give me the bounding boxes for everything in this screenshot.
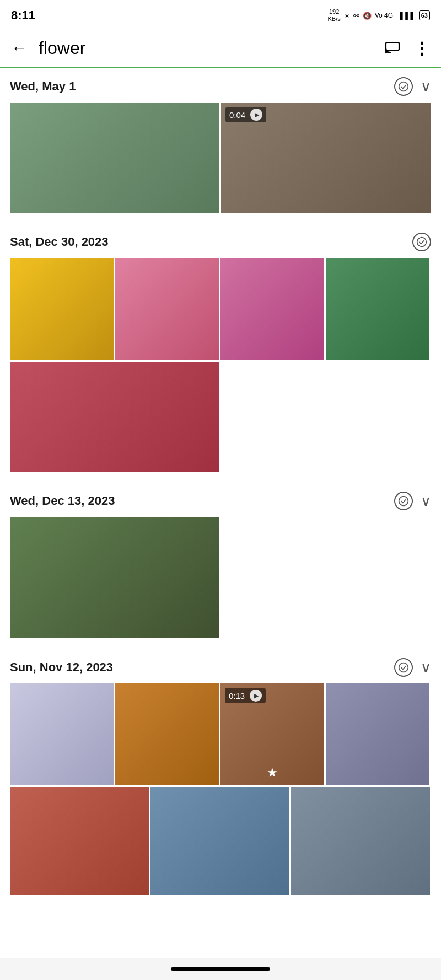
section-actions: ∨ (394, 492, 431, 510)
status-data-speed: 192 KB/s (328, 8, 341, 23)
section-date-label: Sun, Nov 12, 2023 (10, 660, 113, 675)
mute-icon: 🔇 (363, 12, 372, 20)
svg-point-4 (399, 497, 408, 506)
section-date-label: Sat, Dec 30, 2023 (10, 235, 109, 249)
photo-cell[interactable] (115, 683, 219, 785)
photo-cell[interactable] (326, 683, 429, 785)
svg-point-3 (417, 238, 427, 247)
photo-cell[interactable] (10, 103, 219, 213)
section-actions: ∨ (394, 658, 431, 677)
section-section-dec30: Sat, Dec 30, 2023 (0, 224, 441, 472)
chevron-down-icon[interactable]: ∨ (421, 659, 431, 676)
select-all-button[interactable] (394, 658, 413, 677)
sections-container: Wed, May 1 ∨ 0:04 ▶ Sat, Dec 30, 2023 (0, 68, 441, 933)
search-query-title: flower (39, 38, 385, 58)
section-actions (412, 233, 431, 251)
top-actions: ⋮ (385, 39, 430, 58)
photo-cell[interactable]: 0:13 ▶ ★ (220, 683, 324, 785)
status-time: 8:11 (11, 8, 35, 23)
play-button[interactable]: ▶ (250, 690, 262, 702)
section-header: Sun, Nov 12, 2023 ∨ (10, 658, 431, 677)
svg-rect-0 (386, 42, 399, 50)
section-header: Wed, Dec 13, 2023 ∨ (10, 492, 431, 510)
chevron-down-icon[interactable]: ∨ (421, 78, 431, 95)
network-icon: Vo 4G+ (375, 12, 397, 19)
more-options-button[interactable]: ⋮ (413, 39, 430, 58)
photo-cell[interactable] (326, 258, 429, 360)
battery-icon: 63 (419, 10, 430, 20)
bottom-bar (0, 958, 441, 980)
photo-cell[interactable] (10, 517, 219, 638)
svg-point-5 (399, 663, 408, 672)
section-header: Sat, Dec 30, 2023 (10, 233, 431, 251)
svg-point-2 (399, 82, 408, 91)
cast-button[interactable] (385, 40, 400, 57)
star-favorite-badge: ★ (267, 766, 278, 780)
select-all-button[interactable] (394, 77, 413, 96)
photo-cell[interactable] (115, 258, 219, 360)
photo-grid-section-dec30 (10, 258, 431, 472)
section-section-dec13: Wed, Dec 13, 2023 ∨ (0, 483, 441, 638)
section-actions: ∨ (394, 77, 431, 96)
photo-cell[interactable] (10, 362, 219, 472)
section-date-label: Wed, Dec 13, 2023 (10, 494, 115, 508)
photo-cell[interactable] (10, 683, 114, 785)
photo-cell[interactable]: 0:04 ▶ (221, 103, 431, 213)
status-bar: 8:11 192 KB/s ∗ ⚯ 🔇 Vo 4G+ ▌▌▌ 63 (0, 0, 441, 29)
photo-grid-section-nov12: 0:13 ▶ ★ (10, 683, 431, 895)
photo-cell[interactable] (10, 258, 114, 360)
section-header: Wed, May 1 ∨ (10, 77, 431, 96)
play-button[interactable]: ▶ (250, 109, 262, 121)
photo-grid-section-dec13 (10, 517, 431, 638)
top-bar: ← flower ⋮ (0, 29, 441, 68)
back-button[interactable]: ← (11, 40, 28, 56)
video-duration-badge: 0:04 ▶ (225, 107, 266, 122)
bluetooth-icon: ∗ (344, 12, 350, 20)
section-section-nov12: Sun, Nov 12, 2023 ∨ 0:13 ▶ ★ (0, 649, 441, 895)
link-icon: ⚯ (353, 12, 359, 20)
signal-bars-icon: ▌▌▌ (400, 12, 416, 20)
photo-cell[interactable] (291, 787, 430, 895)
select-all-button[interactable] (412, 233, 431, 251)
home-indicator (171, 967, 270, 971)
section-section-may1: Wed, May 1 ∨ 0:04 ▶ (0, 68, 441, 213)
photo-cell[interactable] (10, 787, 149, 895)
select-all-button[interactable] (394, 492, 413, 510)
section-date-label: Wed, May 1 (10, 79, 76, 94)
photo-cell[interactable] (220, 258, 324, 360)
photo-cell[interactable] (150, 787, 289, 895)
chevron-down-icon[interactable]: ∨ (421, 493, 431, 510)
photo-grid-section-may1: 0:04 ▶ (10, 103, 431, 213)
video-duration-badge: 0:13 ▶ (225, 688, 266, 703)
status-icons: 192 KB/s ∗ ⚯ 🔇 Vo 4G+ ▌▌▌ 63 (328, 8, 431, 23)
